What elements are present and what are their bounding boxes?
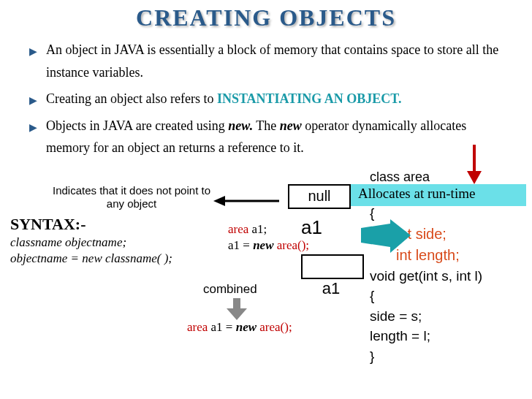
- slide-title: CREATING OBJECTS: [0, 0, 532, 39]
- a1-memory-box: [301, 254, 364, 279]
- brace-open: {: [370, 286, 482, 306]
- bullet-marker-icon: ▶: [29, 43, 37, 61]
- arrow-down-icon: [463, 145, 485, 186]
- text-fragment: Creating an object also refers to: [46, 91, 217, 106]
- syntax-line: objectname = new classname( );: [10, 251, 172, 266]
- syntax-heading: SYNTAX:-: [10, 215, 86, 234]
- text-fragment: a1 =: [208, 320, 235, 334]
- highlight-text: INSTANTIATING AN OBJECT.: [217, 91, 402, 106]
- arrow-down-wide-icon: [227, 298, 247, 320]
- null-box: null: [288, 184, 351, 209]
- statement: length = l;: [370, 326, 482, 346]
- bullet-text: Objects in JAVA are created using new. T…: [46, 115, 510, 159]
- svg-marker-1: [467, 171, 482, 184]
- arrow-right-icon: [361, 219, 411, 253]
- keyword-text: new: [236, 320, 260, 334]
- svg-rect-5: [233, 298, 240, 308]
- alloc-runtime-label: Allocates at run-time: [358, 186, 475, 202]
- call-text: area();: [259, 320, 292, 334]
- keyword-text: new: [280, 118, 302, 133]
- annotation-label: Indicates that it does not point to any …: [44, 184, 219, 210]
- statement: side = s;: [370, 306, 482, 327]
- keyword-text: new: [253, 238, 277, 252]
- lhs-text: a1 =: [228, 238, 253, 252]
- bullet-item: ▶ Creating an object also refers to INST…: [29, 88, 510, 110]
- arrow-left-icon: [213, 194, 279, 208]
- method-signature: void get(int s, int l): [370, 266, 482, 286]
- code-declaration: area a1;: [228, 222, 267, 237]
- bullet-item: ▶ Objects in JAVA are created using new.…: [29, 115, 510, 159]
- type-text: area: [228, 222, 248, 236]
- var-text: a1;: [248, 222, 267, 236]
- text-fragment: The: [253, 118, 280, 133]
- a1-label: a1: [301, 216, 322, 239]
- class-header: class area: [370, 170, 430, 187]
- code-assignment: a1 = new area();: [228, 238, 309, 253]
- syntax-line: classname objectname;: [10, 235, 172, 250]
- bullet-marker-icon: ▶: [29, 92, 37, 110]
- svg-marker-3: [213, 196, 225, 206]
- bullet-item: ▶ An object in JAVA is essentially a blo…: [29, 39, 510, 83]
- combined-code: area a1 = new area();: [187, 320, 292, 335]
- combined-label: combined: [203, 282, 257, 297]
- bullet-marker-icon: ▶: [29, 119, 37, 137]
- svg-marker-4: [361, 219, 411, 253]
- call-text: area();: [277, 238, 309, 252]
- keyword-text: new.: [228, 118, 253, 133]
- brace-close: }: [370, 346, 482, 367]
- svg-marker-6: [227, 308, 247, 320]
- type-text: area: [187, 320, 208, 334]
- bullet-text: An object in JAVA is essentially a block…: [46, 39, 510, 83]
- class-name-line: class area: [370, 168, 430, 186]
- a1-box-label: a1: [301, 279, 361, 298]
- bullet-list: ▶ An object in JAVA is essentially a blo…: [0, 39, 532, 159]
- bullet-text: Creating an object also refers to INSTAN…: [46, 88, 510, 110]
- syntax-block: classname objectname; objectname = new c…: [10, 235, 172, 266]
- text-fragment: Objects in JAVA are created using: [46, 118, 228, 133]
